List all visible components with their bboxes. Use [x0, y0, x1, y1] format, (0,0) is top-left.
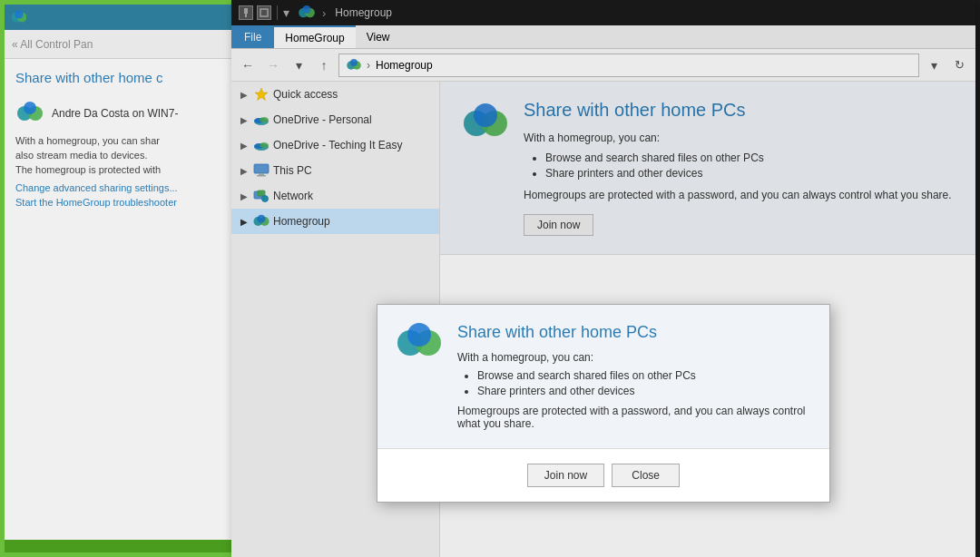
- dialog-note: Homegroups are protected with a password…: [457, 405, 808, 430]
- bg-link-troubleshooter[interactable]: Start the HomeGroup troubleshooter: [15, 197, 225, 208]
- bg-window-main-title: Share with other home c: [15, 70, 225, 85]
- bg-nav-text: « All Control Pan: [12, 38, 93, 51]
- bg-subtitle3: The homegroup is protected with: [15, 164, 225, 175]
- bg-link-advanced-sharing[interactable]: Change advanced sharing settings...: [15, 182, 225, 193]
- dialog: Share with other home PCs With a homegro…: [377, 304, 830, 503]
- dialog-share-header: Share with other home PCs With a homegro…: [396, 323, 808, 430]
- person-homegroup-icon: [15, 99, 44, 128]
- dialog-close-button[interactable]: Close: [612, 464, 680, 487]
- svg-point-5: [24, 102, 36, 114]
- bg-window-nav: « All Control Pan: [5, 30, 236, 59]
- dialog-join-now-button[interactable]: Join now: [527, 464, 604, 487]
- svg-point-36: [407, 323, 431, 347]
- dialog-content: Share with other home PCs With a homegro…: [377, 305, 829, 502]
- dialog-top-section: Share with other home PCs With a homegro…: [377, 305, 829, 449]
- bg-titlebar-icon: [12, 11, 26, 24]
- bg-person-name: Andre Da Costa on WIN7-: [52, 107, 178, 120]
- bg-person-row: Andre Da Costa on WIN7-: [15, 99, 225, 128]
- dialog-homegroup-large-icon: [396, 323, 443, 363]
- bg-subtitle1: With a homegroup, you can shar: [15, 135, 225, 146]
- dialog-description: With a homegroup, you can:: [457, 351, 808, 364]
- dialog-text-area: Share with other home PCs With a homegro…: [457, 323, 808, 430]
- bg-subtitle2: also stream media to devices.: [15, 150, 225, 161]
- dialog-homegroup-icon: [396, 323, 443, 363]
- bg-window-content: Share with other home c Andre Da Costa o…: [5, 59, 236, 222]
- dialog-list: Browse and search shared files on other …: [457, 369, 808, 397]
- dialog-list-item-2: Share printers and other devices: [477, 385, 808, 397]
- dialog-list-item-1: Browse and search shared files on other …: [477, 369, 808, 382]
- dialog-title: Share with other home PCs: [457, 323, 808, 342]
- bg-person-icon: [15, 99, 44, 128]
- bg-window-titlebar: [5, 5, 236, 30]
- dialog-overlay: Share with other home PCs With a homegro…: [231, 0, 975, 557]
- background-window: « All Control Pan Share with other home …: [5, 5, 236, 540]
- dialog-bottom-section: Join now Close: [377, 449, 829, 502]
